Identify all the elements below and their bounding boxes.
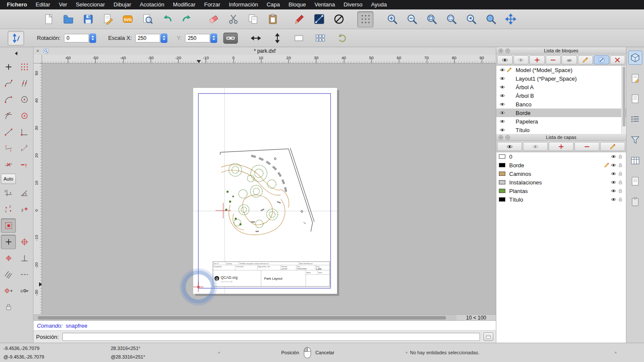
restriction-off-button[interactable]: [331, 11, 347, 27]
command-history-button[interactable]: [628, 154, 642, 168]
library-browser-button[interactable]: [628, 71, 642, 85]
snap-center-button[interactable]: [17, 92, 32, 107]
edit-layer-button[interactable]: [600, 142, 625, 151]
lock-relative-zero-button[interactable]: [1, 300, 16, 314]
clipboard-panel-button[interactable]: [628, 195, 642, 209]
scale-y-stepper[interactable]: [210, 33, 217, 43]
position-input[interactable]: [62, 333, 480, 341]
block-visible-eye-icon[interactable]: [499, 67, 506, 73]
snap-ratio-21-button[interactable]: 21: [1, 141, 16, 156]
snap-intersection-button[interactable]: [1, 157, 16, 172]
layer-row[interactable]: Borde: [496, 161, 626, 169]
restrict-off-button[interactable]: [1, 218, 16, 233]
snap-grid-button[interactable]: [17, 60, 32, 74]
collapse-palette-button[interactable]: [1, 48, 32, 58]
redo-button[interactable]: [179, 11, 195, 27]
edit-block-in-place-button[interactable]: [594, 55, 609, 64]
menu-modificar[interactable]: Modificar: [169, 0, 200, 9]
snap-angle-button[interactable]: α: [17, 186, 32, 200]
snap-middle-button[interactable]: [17, 267, 32, 282]
grid-toggle-button[interactable]: [357, 11, 374, 27]
snap-hatch-button[interactable]: [1, 267, 16, 282]
menu-forzar[interactable]: Forzar: [200, 0, 225, 9]
zoom-selection-button[interactable]: [443, 11, 459, 27]
layer-row[interactable]: Caminos: [496, 169, 626, 178]
zoom-previous-button[interactable]: [463, 11, 479, 27]
save-button[interactable]: [80, 11, 96, 27]
snap-corner-button[interactable]: [17, 125, 32, 139]
link-scales-button[interactable]: [223, 33, 238, 44]
layer-visible-eye-icon[interactable]: [610, 162, 617, 168]
new-button[interactable]: [40, 11, 57, 27]
snap-xy-button[interactable]: yx: [1, 186, 16, 200]
cut-button[interactable]: [225, 11, 241, 27]
menu-editar[interactable]: Editar: [31, 0, 55, 9]
block-visible-eye-icon[interactable]: [499, 101, 506, 107]
menu-seleccionar[interactable]: Seleccionar: [71, 0, 109, 9]
menu-ayuda[interactable]: Ayuda: [367, 0, 391, 9]
svg-export-button[interactable]: SVG: [119, 11, 136, 27]
command-history-toggle-button[interactable]: [483, 332, 493, 341]
copy-button[interactable]: [245, 11, 261, 27]
show-all-blocks-button[interactable]: [497, 55, 513, 64]
restrict-horizontal-button[interactable]: [17, 235, 32, 249]
add-layer-button[interactable]: [549, 142, 574, 151]
layer-visible-eye-icon[interactable]: [610, 179, 617, 185]
hide-all-layers-button[interactable]: [523, 142, 548, 151]
menu-capa[interactable]: Capa: [262, 0, 284, 9]
horizontal-scrollbar[interactable]: [33, 315, 456, 320]
line-tool-button[interactable]: [311, 11, 327, 27]
layer-lock-icon[interactable]: [617, 171, 624, 177]
property-editor-button[interactable]: [628, 51, 642, 65]
block-visible-eye-icon[interactable]: [499, 84, 506, 90]
rotation-input[interactable]: [64, 34, 89, 42]
menu-fichero[interactable]: Fichero: [3, 0, 31, 9]
relative-zero-key-button[interactable]: 0: [17, 284, 32, 298]
layer-visible-eye-icon[interactable]: [610, 154, 617, 160]
rotate-ccw-button[interactable]: [334, 30, 349, 46]
multi-copy-button[interactable]: [313, 30, 328, 46]
block-row[interactable]: Título: [496, 126, 626, 134]
layer-visible-eye-icon[interactable]: [610, 196, 617, 202]
snap-intersection-manual-button[interactable]: !: [17, 157, 32, 172]
undo-button[interactable]: [159, 11, 175, 27]
views-panel-button[interactable]: [628, 174, 642, 188]
menu-dibujar[interactable]: Dibujar: [109, 0, 135, 9]
snap-endpoint-button[interactable]: [1, 92, 16, 107]
current-tool-button[interactable]: [8, 31, 24, 45]
zoom-in-button[interactable]: [384, 11, 400, 27]
drawing-viewport[interactable]: Item ref Quantity Title/Name, designatio…: [42, 63, 496, 314]
snap-tangent-button[interactable]: [1, 109, 16, 123]
layer-row[interactable]: Instalaciones: [496, 178, 626, 187]
print-preview-button[interactable]: [139, 11, 155, 27]
layer-row[interactable]: 0: [496, 152, 626, 161]
block-row[interactable]: Árbol A: [496, 83, 626, 91]
scale-x-stepper[interactable]: [161, 33, 167, 43]
add-block-button[interactable]: [529, 55, 545, 64]
menu-acotación[interactable]: Acotación: [136, 0, 169, 9]
block-visible-eye-icon[interactable]: [499, 75, 506, 81]
close-document-icon[interactable]: ×: [36, 47, 39, 54]
hide-all-blocks-button[interactable]: [513, 55, 529, 64]
snap-on-entity-button[interactable]: [17, 76, 32, 90]
layer-edit-pencil-icon[interactable]: [603, 162, 610, 168]
block-visible-eye-icon[interactable]: [499, 118, 506, 124]
set-relative-zero-button[interactable]: [1, 284, 16, 298]
document-icon[interactable]: [43, 48, 49, 54]
flip-horizontal-button[interactable]: [248, 30, 264, 46]
pdf-export-button[interactable]: [100, 11, 116, 27]
restrict-orthogonal-button[interactable]: [1, 235, 16, 249]
menu-ver[interactable]: Ver: [55, 0, 72, 9]
snap-distance-manual-button[interactable]: 2: [17, 202, 32, 217]
layer-lock-icon[interactable]: [617, 188, 624, 194]
open-button[interactable]: [60, 11, 76, 27]
layer-lock-icon[interactable]: [617, 154, 624, 160]
auto-zoom-button[interactable]: [423, 11, 440, 27]
block-list-scrollbar[interactable]: [621, 66, 626, 134]
close-block-edit-button[interactable]: [610, 55, 626, 64]
block-row[interactable]: Papelera: [496, 117, 626, 126]
close-panel-icon[interactable]: ×: [498, 48, 503, 53]
layer-row[interactable]: Plantas: [496, 187, 626, 195]
command-line[interactable]: Comando: snapfree: [33, 320, 496, 330]
close-panel-icon[interactable]: ×: [498, 135, 503, 140]
